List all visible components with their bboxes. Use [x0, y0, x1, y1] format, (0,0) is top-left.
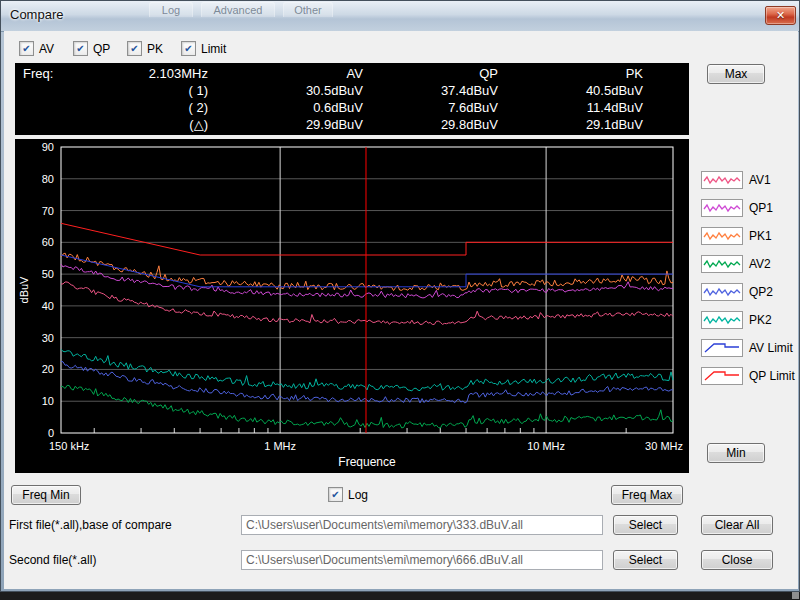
svg-text:40: 40 [42, 300, 54, 312]
titlebar: LogAdvancedOther Compare ✕ [1, 1, 799, 32]
svg-text:60: 60 [42, 236, 54, 248]
checkbox-check-icon: ✔ [19, 41, 34, 56]
trace-icon [701, 367, 743, 385]
trace-AV1 [61, 282, 673, 324]
readout-value: 0.6dBuV [208, 100, 363, 117]
second-file-input[interactable] [241, 550, 603, 570]
readout-table: Freq:2.103MHzAVQPPK( 1)30.5dBuV37.4dBuV4… [15, 63, 689, 134]
av-checkbox[interactable]: ✔ AV [19, 41, 54, 56]
readout-panel: Freq:2.103MHzAVQPPK( 1)30.5dBuV37.4dBuV4… [15, 63, 689, 135]
legend-label: QP1 [749, 201, 773, 215]
y-axis-label: dBuV [18, 276, 30, 304]
readout-row-label: ( 2) [93, 100, 208, 117]
svg-text:10: 10 [42, 395, 54, 407]
background-tab: Other [283, 2, 333, 17]
legend: AV1QP1PK1AV2QP2PK2AV LimitQP Limit [701, 171, 795, 384]
legend-item-av2: AV2 [701, 255, 795, 272]
trace-icon [701, 255, 743, 273]
checkbox-check-icon: ✔ [73, 41, 88, 56]
min-button[interactable]: Min [707, 443, 765, 463]
readout-col-header: AV [208, 66, 363, 83]
checkbox-check-icon: ✔ [328, 487, 343, 502]
select-second-button[interactable]: Select [613, 550, 678, 570]
first-file-input[interactable] [241, 515, 603, 535]
svg-text:150 kHz: 150 kHz [49, 440, 89, 452]
svg-text:90: 90 [42, 141, 54, 153]
readout-spacer [15, 100, 93, 117]
limit-checkbox-label: Limit [201, 42, 226, 56]
trace-icon [701, 339, 743, 357]
readout-value: 40.5dBuV [498, 83, 643, 100]
trace-icon [701, 311, 743, 329]
readout-col-header: PK [498, 66, 643, 83]
trace-QP1 [61, 264, 673, 298]
readout-spacer [15, 117, 93, 134]
background-tab: Log [149, 2, 193, 17]
trace-QP2 [61, 361, 673, 403]
freq-max-button[interactable]: Freq Max [611, 485, 683, 505]
legend-item-pk1: PK1 [701, 227, 795, 244]
compare-dialog: LogAdvancedOther Compare ✕ ✔ AV ✔ QP ✔ P… [0, 0, 800, 592]
readout-value: 29.8dBuV [363, 117, 498, 134]
trace-PK1 [61, 253, 673, 291]
background-tab: Advanced [201, 2, 275, 17]
trace-QP-Limit [61, 223, 673, 255]
svg-text:20: 20 [42, 363, 54, 375]
checkbox-check-icon: ✔ [181, 41, 196, 56]
trace-icon [701, 227, 743, 245]
legend-label: PK2 [749, 313, 772, 327]
legend-label: AV Limit [749, 341, 793, 355]
chart-panel: 0102030405060708090150 kHz1 MHz10 MHz30 … [15, 139, 689, 473]
readout-row-label: (△) [93, 117, 208, 134]
dialog-body: ✔ AV ✔ QP ✔ PK ✔ Limit Freq:2.103MHzAVQP… [4, 31, 798, 589]
legend-item-qp2: QP2 [701, 283, 795, 300]
trace-icon [701, 199, 743, 217]
av-checkbox-label: AV [39, 42, 54, 56]
svg-text:1 MHz: 1 MHz [264, 440, 296, 452]
trace-icon [701, 171, 743, 189]
readout-freq-label: Freq: [15, 66, 93, 83]
readout-value: 37.4dBuV [363, 83, 498, 100]
max-button[interactable]: Max [707, 64, 765, 84]
checkbox-check-icon: ✔ [127, 41, 142, 56]
limit-checkbox[interactable]: ✔ Limit [181, 41, 226, 56]
legend-label: QP2 [749, 285, 773, 299]
readout-row-label: ( 1) [93, 83, 208, 100]
close-button[interactable]: Close [701, 550, 773, 570]
readout-value: 7.6dBuV [363, 100, 498, 117]
legend-item-qp-limit: QP Limit [701, 367, 795, 384]
readout-value: 30.5dBuV [208, 83, 363, 100]
legend-label: AV1 [749, 173, 771, 187]
pk-checkbox[interactable]: ✔ PK [127, 41, 163, 56]
svg-text:30: 30 [42, 332, 54, 344]
legend-label: QP Limit [749, 369, 795, 383]
trace-PK2 [61, 349, 673, 391]
qp-checkbox[interactable]: ✔ QP [73, 41, 110, 56]
freq-min-button[interactable]: Freq Min [11, 485, 81, 505]
trace-AV2 [61, 385, 673, 428]
svg-text:0: 0 [48, 427, 54, 439]
readout-freq-value: 2.103MHz [93, 66, 208, 83]
second-file-label: Second file(*.all) [9, 550, 96, 570]
pk-checkbox-label: PK [147, 42, 163, 56]
legend-label: AV2 [749, 257, 771, 271]
close-icon[interactable]: ✕ [765, 6, 796, 25]
compare-chart[interactable]: 0102030405060708090150 kHz1 MHz10 MHz30 … [15, 139, 689, 473]
clear-all-button[interactable]: Clear All [701, 515, 773, 535]
svg-text:80: 80 [42, 173, 54, 185]
log-checkbox[interactable]: ✔ Log [328, 487, 368, 502]
svg-text:70: 70 [42, 205, 54, 217]
readout-value: 11.4dBuV [498, 100, 643, 117]
legend-item-av-limit: AV Limit [701, 339, 795, 356]
svg-text:10 MHz: 10 MHz [527, 440, 565, 452]
close-glyph: ✕ [776, 9, 785, 22]
readout-spacer [15, 83, 93, 100]
readout-value: 29.1dBuV [498, 117, 643, 134]
legend-item-pk2: PK2 [701, 311, 795, 328]
legend-item-av1: AV1 [701, 171, 795, 188]
svg-text:50: 50 [42, 268, 54, 280]
select-first-button[interactable]: Select [613, 515, 678, 535]
trace-AV-Limit [61, 255, 673, 287]
svg-text:30 MHz: 30 MHz [645, 440, 683, 452]
log-checkbox-label: Log [348, 488, 368, 502]
